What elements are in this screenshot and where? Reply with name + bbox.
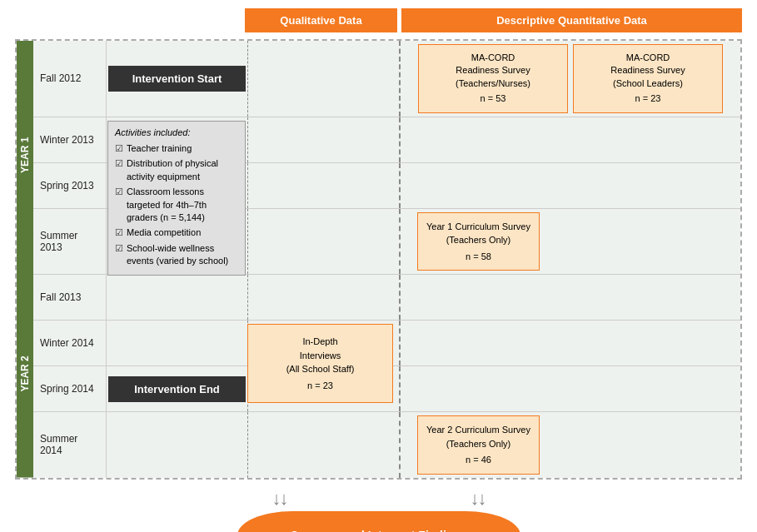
qual-summer2013 [248, 209, 401, 275]
row-fall2012: Fall 2012 Intervention Start MA-CORD Rea… [33, 41, 740, 117]
season-winter2013: Winter 2013 [33, 117, 107, 162]
season-fall2012: Fall 2012 [33, 41, 107, 117]
activity-3: ☑ Media competition [115, 226, 238, 239]
activities-box: Activities included: ☑ Teacher training … [107, 121, 246, 276]
season-spring2014: Spring 2014 [33, 366, 107, 411]
main-container: Qualitative Data Descriptive Quantitativ… [0, 0, 757, 532]
quant-fall2012: MA-CORD Readiness Survey (Teachers/Nurse… [401, 41, 740, 117]
activities-title: Activities included: [115, 127, 238, 139]
row-fall2013: Fall 2013 [33, 275, 740, 321]
quant-spring2013 [401, 163, 740, 208]
arrow-left: ↓↓ [272, 488, 287, 510]
row-summer2014: Summer 2014 Year 2 Curriculum Survey (Te… [33, 412, 740, 478]
int-summer2014 [107, 412, 248, 478]
quant-fall2013 [401, 275, 740, 320]
activity-4: ☑ School-wide wellness events (varied by… [115, 242, 238, 268]
check-icon-0: ☑ [115, 142, 123, 155]
qual-header: Qualitative Data [245, 8, 397, 32]
intervention-fall2012: Intervention Start [107, 41, 248, 117]
activities-rows-container: Winter 2013 Spring 2013 [33, 117, 740, 321]
int-winter2014 [107, 321, 248, 365]
quant-spring2014 [401, 366, 740, 411]
year2-curriculum-box: Year 2 Curriculum Survey (Teachers Only)… [417, 415, 540, 475]
quant-winter2014 [401, 321, 740, 365]
winter2014-container: Winter 2014 Spring 2014 Intervention End [33, 321, 740, 412]
check-icon-1: ☑ [115, 157, 123, 170]
season-spring2013: Spring 2013 [33, 163, 107, 208]
year1-label: YEAR 1 [17, 41, 33, 270]
all-rows: Fall 2012 Intervention Start MA-CORD Rea… [33, 41, 740, 478]
qual-winter2013 [248, 117, 401, 162]
indepth-box: In-Depth Interviews (All School Staff) n… [247, 324, 393, 403]
season-fall2013: Fall 2013 [33, 275, 107, 320]
int-spring2014: Intervention End [107, 366, 248, 411]
qual-fall2013 [248, 275, 401, 320]
quant-header: Descriptive Quantitative Data [401, 8, 742, 32]
season-summer2013: Summer 2013 [33, 209, 107, 275]
int-fall2013 [107, 275, 248, 320]
activity-0: ☑ Teacher training [115, 142, 238, 155]
year1-curriculum-box: Year 1 Curriculum Survey (Teachers Only)… [417, 212, 540, 271]
quant-summer2013: Year 1 Curriculum Survey (Teachers Only)… [401, 209, 740, 275]
year-labels: YEAR 1 YEAR 2 [17, 41, 33, 478]
intervention-start-box: Intervention Start [108, 66, 246, 92]
qual-fall2012 [248, 41, 401, 117]
check-icon-2: ☑ [115, 186, 123, 198]
macord-teachers-box: MA-CORD Readiness Survey (Teachers/Nurse… [418, 44, 568, 113]
season-winter2014: Winter 2014 [33, 321, 107, 365]
year2-label: YEAR 2 [17, 270, 33, 478]
season-summer2014: Summer 2014 [33, 412, 107, 478]
quant-winter2013 [401, 117, 740, 162]
qual-spring2013 [248, 163, 401, 208]
check-icon-3: ☑ [115, 226, 123, 239]
quant-summer2014: Year 2 Curriculum Survey (Teachers Only)… [401, 412, 740, 478]
qual-summer2014 [248, 412, 401, 478]
check-icon-4: ☑ [115, 242, 123, 255]
compare-ellipse: Compare and Interpret Findings [237, 511, 520, 532]
intervention-end-box: Intervention End [108, 376, 246, 402]
diagram-area: YEAR 1 YEAR 2 Fall 2012 Intervention Sta… [15, 39, 742, 480]
activity-2: ☑ Classroom lessons targeted for 4th–7th… [115, 186, 238, 224]
bottom-area: ↓↓ ↓↓ Compare and Interpret Findings [8, 488, 749, 532]
macord-leaders-box: MA-CORD Readiness Survey (School Leaders… [573, 44, 723, 113]
activity-1: ☑ Distribution of physical activity equi… [115, 157, 238, 183]
arrow-right: ↓↓ [471, 488, 486, 510]
